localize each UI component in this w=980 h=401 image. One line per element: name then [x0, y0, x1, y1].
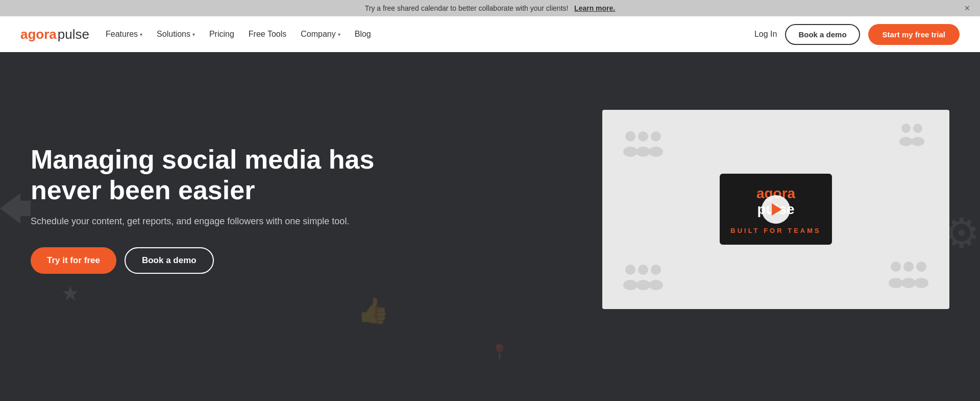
- svg-point-4: [636, 147, 650, 157]
- nav-item-pricing[interactable]: Pricing: [209, 30, 234, 39]
- svg-point-10: [625, 265, 635, 275]
- nav-links: Features ▾ Solutions ▾ Pricing Free Tool…: [106, 30, 371, 39]
- hero-right: agora pulse BUILT FOR TEAMS: [602, 110, 949, 309]
- logo-agora: agora: [20, 27, 57, 42]
- close-announcement-button[interactable]: ×: [964, 4, 970, 13]
- nav-item-company[interactable]: Company ▾: [301, 30, 340, 39]
- nav-item-features[interactable]: Features ▾: [106, 30, 142, 39]
- group-icon-top-right: [898, 120, 934, 155]
- nav-item-solutions[interactable]: Solutions ▾: [157, 30, 195, 39]
- location-pin-icon: 📍: [490, 343, 509, 361]
- nav-link-free-tools[interactable]: Free Tools: [249, 30, 286, 39]
- nav-link-features[interactable]: Features ▾: [106, 30, 142, 39]
- hero-section: ★ 👍 ⚙ 📍 Managing social media has never …: [0, 52, 980, 366]
- svg-point-21: [914, 278, 928, 288]
- svg-point-6: [901, 124, 911, 133]
- nav-item-blog[interactable]: Blog: [355, 30, 371, 39]
- chevron-down-icon: ▾: [192, 32, 195, 37]
- chevron-down-icon: ▾: [140, 32, 142, 37]
- svg-point-14: [636, 280, 650, 290]
- svg-point-19: [889, 278, 903, 288]
- svg-point-2: [651, 131, 661, 141]
- book-demo-nav-button[interactable]: Book a demo: [785, 24, 860, 45]
- svg-point-15: [649, 280, 663, 290]
- start-trial-button[interactable]: Start my free trial: [868, 24, 960, 45]
- navbar: agorapulse Features ▾ Solutions ▾ Pricin…: [0, 16, 980, 52]
- hero-left: Managing social media has never been eas…: [31, 145, 388, 274]
- login-link[interactable]: Log In: [754, 30, 777, 39]
- built-for-teams-label: BUILT FOR TEAMS: [730, 227, 821, 234]
- play-button[interactable]: [762, 195, 790, 224]
- nav-right: Log In Book a demo Start my free trial: [754, 24, 960, 45]
- try-free-button[interactable]: Try it for free: [31, 247, 116, 274]
- nav-left: agorapulse Features ▾ Solutions ▾ Pricin…: [20, 27, 371, 42]
- svg-point-20: [901, 278, 916, 288]
- star-icon: ★: [61, 281, 80, 305]
- group-icon-bottom-left: [623, 261, 664, 299]
- svg-point-8: [899, 137, 913, 146]
- hero-subheading: Schedule your content, get reports, and …: [31, 216, 388, 227]
- thumbs-up-icon: 👍: [357, 296, 389, 325]
- hero-buttons: Try it for free Book a demo: [31, 247, 388, 274]
- announcement-link[interactable]: Learn more.: [574, 4, 615, 12]
- svg-point-5: [649, 147, 663, 157]
- hero-heading: Managing social media has never been eas…: [31, 145, 388, 206]
- video-container[interactable]: agora pulse BUILT FOR TEAMS: [602, 110, 949, 309]
- svg-point-18: [916, 262, 926, 272]
- video-center-card: agora pulse BUILT FOR TEAMS: [720, 174, 832, 245]
- logo[interactable]: agorapulse: [20, 27, 89, 42]
- nav-link-company[interactable]: Company ▾: [301, 30, 340, 39]
- logo-pulse: pulse: [58, 27, 89, 42]
- svg-point-0: [625, 131, 635, 141]
- svg-point-3: [623, 147, 638, 157]
- nav-link-pricing[interactable]: Pricing: [209, 30, 234, 39]
- group-icon-top-left: [623, 125, 664, 166]
- svg-point-7: [913, 124, 922, 133]
- nav-item-free-tools[interactable]: Free Tools: [249, 30, 286, 39]
- svg-point-16: [891, 262, 901, 272]
- svg-point-13: [623, 280, 638, 290]
- book-demo-hero-button[interactable]: Book a demo: [125, 247, 214, 274]
- announcement-bar: Try a free shared calendar to better col…: [0, 0, 980, 16]
- announcement-text: Try a free shared calendar to better col…: [365, 4, 569, 12]
- svg-point-11: [638, 265, 648, 275]
- svg-point-12: [651, 265, 661, 275]
- svg-point-1: [638, 131, 648, 141]
- svg-point-17: [903, 262, 914, 272]
- chevron-down-icon: ▾: [338, 32, 340, 37]
- nav-link-solutions[interactable]: Solutions ▾: [157, 30, 195, 39]
- nav-link-blog[interactable]: Blog: [355, 30, 371, 39]
- group-icon-bottom-right: [888, 257, 934, 299]
- svg-point-9: [911, 137, 924, 146]
